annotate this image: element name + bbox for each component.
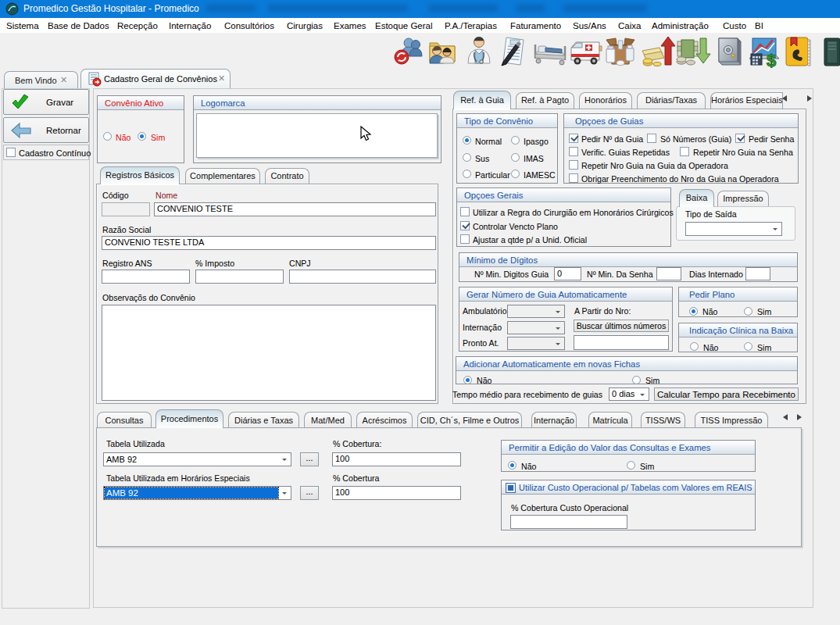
- svg-text:$: $: [767, 51, 776, 68]
